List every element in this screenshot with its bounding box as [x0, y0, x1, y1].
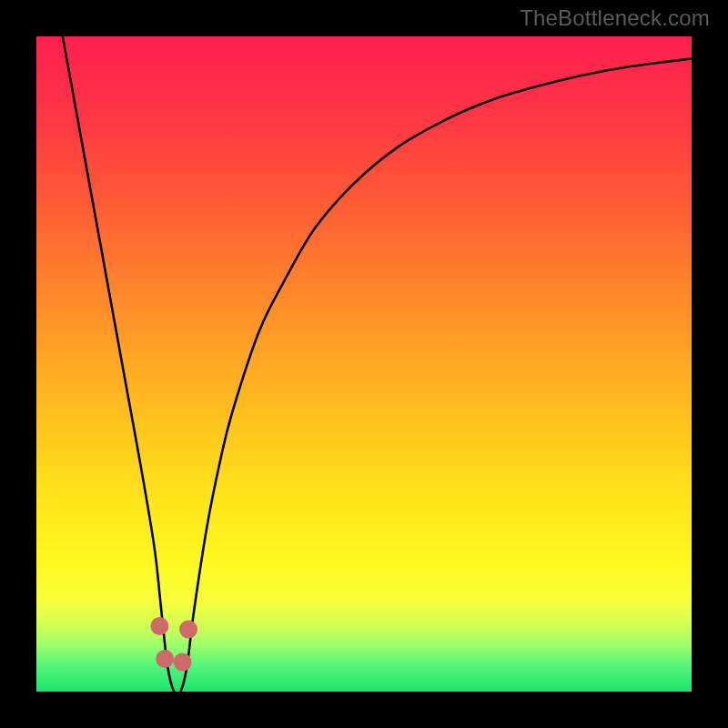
svg-rect-0: [36, 36, 692, 692]
chart-frame: TheBottleneck.com: [0, 0, 728, 728]
watermark-text: TheBottleneck.com: [520, 5, 710, 31]
plot-background-gradient: [36, 36, 692, 692]
plot-area: [36, 36, 692, 692]
